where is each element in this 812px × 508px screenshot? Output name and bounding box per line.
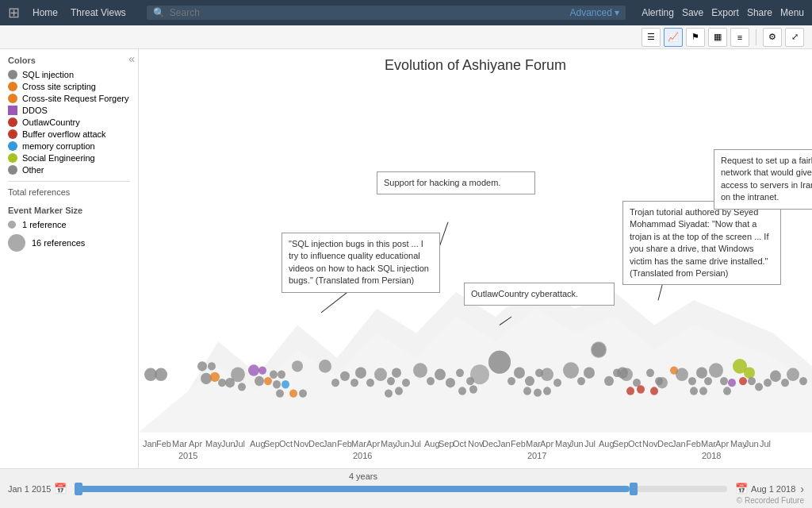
range-start-label: Jan 1 2015: [8, 484, 51, 494]
svg-text:Dec: Dec: [482, 439, 498, 448]
svg-text:Jul: Jul: [234, 439, 245, 448]
nav-threat-views[interactable]: Threat Views: [71, 7, 126, 18]
svg-point-70: [273, 380, 281, 388]
search-input[interactable]: [170, 7, 570, 18]
fullscreen-button[interactable]: ⤢: [785, 28, 804, 47]
search-bar: 🔍 Advanced ▾: [147, 6, 626, 20]
svg-point-99: [514, 367, 525, 379]
svg-point-91: [446, 378, 455, 387]
large-marker: [8, 234, 25, 252]
legend-buffer: Buffer overflow attack: [8, 129, 130, 139]
tooltip-sql-injection: "SQL injection bugs in this post ... I t…: [282, 233, 440, 293]
app-logo: ⊞: [8, 4, 20, 21]
svg-text:Aug: Aug: [424, 439, 440, 448]
svg-point-80: [355, 367, 366, 379]
svg-point-123: [676, 368, 688, 381]
nav-home[interactable]: Home: [33, 7, 58, 18]
map-view-button[interactable]: ⚑: [686, 28, 705, 47]
svg-point-88: [413, 363, 427, 378]
marker-1-ref: 1 reference: [8, 220, 130, 229]
bottom-bar: Jan 1 2015 📅 4 years 📅 Aug 1 2018 › © Re…: [0, 468, 812, 508]
timeline-handle-right[interactable]: [630, 483, 638, 495]
outlawcountry-dot: [8, 117, 17, 127]
legend-ddos: DDOS: [8, 106, 130, 115]
svg-point-129: [709, 363, 723, 378]
top-navigation: ⊞ Home Threat Views 🔍 Advanced ▾ Alertin…: [0, 0, 812, 25]
svg-point-106: [543, 387, 551, 394]
svg-point-59: [210, 372, 220, 382]
bubble-chart: Jan Feb Mar Apr May Jun Jul 2015 Aug Sep…: [139, 78, 812, 465]
timeline-duration-label: 4 years: [349, 471, 377, 481]
colors-title: Colors: [8, 56, 130, 65]
svg-text:Jun: Jun: [745, 439, 759, 448]
svg-point-84: [392, 368, 401, 377]
svg-point-121: [657, 377, 668, 389]
svg-text:Sep: Sep: [264, 439, 280, 448]
ddos-dot: [8, 106, 17, 115]
svg-point-82: [374, 368, 387, 381]
svg-text:Nov: Nov: [293, 439, 309, 448]
collapse-button[interactable]: «: [128, 52, 135, 65]
svg-point-136: [748, 377, 756, 385]
svg-text:Oct: Oct: [628, 439, 642, 448]
legend-other: Other: [8, 165, 130, 175]
chart-area: Evolution of Ashiyane Forum Jan Feb Mar …: [139, 49, 812, 468]
alerting-button[interactable]: Alerting: [642, 7, 674, 18]
tooltip-outlawcountry: OutlawCountry cyberattack.: [464, 283, 615, 306]
svg-point-92: [456, 369, 464, 377]
svg-text:Mar: Mar: [526, 439, 541, 448]
svg-point-120: [650, 387, 658, 394]
svg-point-55: [155, 368, 167, 381]
svg-point-142: [799, 377, 807, 385]
svg-point-60: [218, 379, 226, 387]
list-view-button[interactable]: ☰: [642, 28, 661, 47]
export-button[interactable]: Export: [711, 7, 739, 18]
small-marker-label: 1 reference: [22, 220, 67, 229]
advanced-button[interactable]: Advanced ▾: [569, 7, 619, 18]
svg-point-83: [387, 377, 395, 385]
csrf-dot: [8, 94, 17, 103]
grid-view-button[interactable]: ▦: [708, 28, 727, 47]
share-button[interactable]: Share: [747, 7, 772, 18]
left-panel: « Colors SQL injection Cross site script…: [0, 49, 139, 468]
svg-point-72: [276, 389, 284, 397]
save-button[interactable]: Save: [682, 7, 703, 18]
marker-size-section: Event Marker Size 1 reference 16 referen…: [8, 206, 130, 252]
svg-point-100: [525, 376, 534, 386]
svg-point-126: [704, 377, 712, 385]
svg-text:Nov: Nov: [468, 439, 484, 448]
svg-point-65: [259, 366, 266, 374]
ddos-label: DDOS: [22, 106, 48, 115]
calendar-start-icon[interactable]: 📅: [54, 483, 67, 495]
timeline-forward-button[interactable]: ›: [800, 483, 804, 495]
total-refs-section: Total references: [8, 181, 130, 198]
menu-button[interactable]: Menu: [780, 7, 804, 18]
svg-text:Mar: Mar: [351, 439, 366, 448]
svg-point-108: [577, 377, 585, 385]
timeline-handle-left[interactable]: [75, 483, 82, 495]
svg-point-140: [781, 379, 789, 387]
xss-label: Cross site scripting: [22, 82, 96, 91]
background-silhouettes: [139, 284, 812, 433]
svg-point-79: [350, 379, 358, 387]
settings-button[interactable]: ⚙: [763, 28, 782, 47]
svg-text:May: May: [381, 439, 397, 448]
sql-injection-label: SQL injection: [22, 70, 74, 79]
svg-text:Apr: Apr: [366, 439, 380, 448]
timeline-range: [75, 486, 629, 492]
calendar-end-icon[interactable]: 📅: [735, 483, 748, 495]
svg-text:Jun: Jun: [396, 439, 410, 448]
svg-text:May: May: [205, 439, 222, 448]
timeline-track[interactable]: 4 years: [75, 486, 727, 492]
svg-text:Jun: Jun: [569, 439, 584, 448]
svg-text:Dec: Dec: [657, 439, 673, 448]
svg-point-127: [690, 387, 698, 394]
svg-text:Aug: Aug: [599, 439, 615, 448]
svg-text:Mar: Mar: [172, 439, 187, 448]
svg-point-62: [231, 367, 245, 382]
svg-text:Apr: Apr: [189, 439, 202, 448]
tooltip-trojan: Trojan tutorial authored by Seyed Mohamm…: [622, 201, 781, 285]
legend-outlawcountry: OutlawCountry: [8, 117, 130, 127]
chart-view-button[interactable]: 📈: [664, 28, 683, 47]
lines-view-button[interactable]: ≡: [730, 28, 749, 47]
